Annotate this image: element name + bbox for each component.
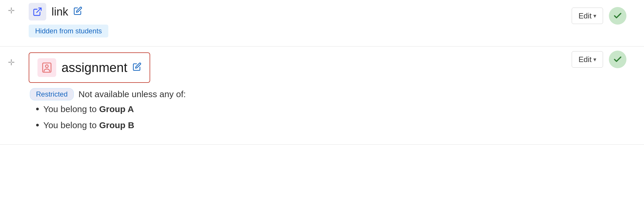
- link-header: link: [29, 3, 563, 20]
- assignment-restrictions: Restricted Not available unless any of: …: [29, 88, 563, 131]
- assignment-title: assignment: [61, 60, 127, 75]
- link-content: link Hidden from students: [20, 3, 572, 37]
- svg-line-0: [37, 8, 41, 13]
- assignment-edit-label: Edit: [578, 55, 592, 64]
- assignment-type-icon: [37, 58, 56, 77]
- link-edit-label: Edit: [578, 11, 592, 20]
- assignment-header-box: assignment: [29, 52, 150, 83]
- assignment-edit-chevron-icon: ▾: [593, 56, 596, 63]
- restriction-intro-text: Not available unless any of:: [78, 89, 186, 99]
- link-row: ✛ link: [0, 0, 644, 47]
- assignment-action-area: Edit ▾: [572, 47, 644, 68]
- hidden-from-students-badge: Hidden from students: [29, 25, 108, 37]
- list-item: You belong to Group B: [36, 119, 563, 131]
- svg-point-2: [45, 65, 48, 68]
- condition-2-group: Group B: [99, 120, 134, 130]
- link-edit-pencil-icon[interactable]: [73, 6, 82, 17]
- assignment-drag-icon: ✛: [8, 58, 15, 67]
- condition-2-text: You belong to Group B: [43, 120, 134, 130]
- assignment-drag-handle[interactable]: ✛: [2, 47, 20, 67]
- condition-1-text: You belong to Group A: [43, 104, 134, 114]
- link-icon: [29, 3, 46, 20]
- restriction-header-line: Restricted Not available unless any of:: [30, 88, 563, 100]
- page-container: ✛ link: [0, 0, 644, 223]
- assignment-content: assignment Restricted Not available unle…: [20, 47, 572, 144]
- link-drag-handle[interactable]: ✛: [2, 3, 20, 16]
- link-action-area: Edit ▾: [572, 3, 644, 25]
- link-edit-button[interactable]: Edit ▾: [572, 8, 603, 24]
- link-check-circle: [609, 7, 626, 25]
- link-edit-chevron-icon: ▾: [593, 12, 596, 19]
- link-title: link: [52, 6, 68, 18]
- assignment-check-circle: [609, 51, 626, 68]
- assignment-row: ✛ assignment: [0, 47, 644, 145]
- condition-1-group: Group A: [99, 104, 134, 114]
- restriction-list: You belong to Group A You belong to Grou…: [30, 103, 563, 131]
- list-item: You belong to Group A: [36, 103, 563, 115]
- restricted-badge: Restricted: [30, 88, 74, 100]
- assignment-edit-button[interactable]: Edit ▾: [572, 51, 603, 68]
- assignment-edit-pencil-icon[interactable]: [133, 62, 141, 73]
- drag-icon: ✛: [8, 6, 15, 16]
